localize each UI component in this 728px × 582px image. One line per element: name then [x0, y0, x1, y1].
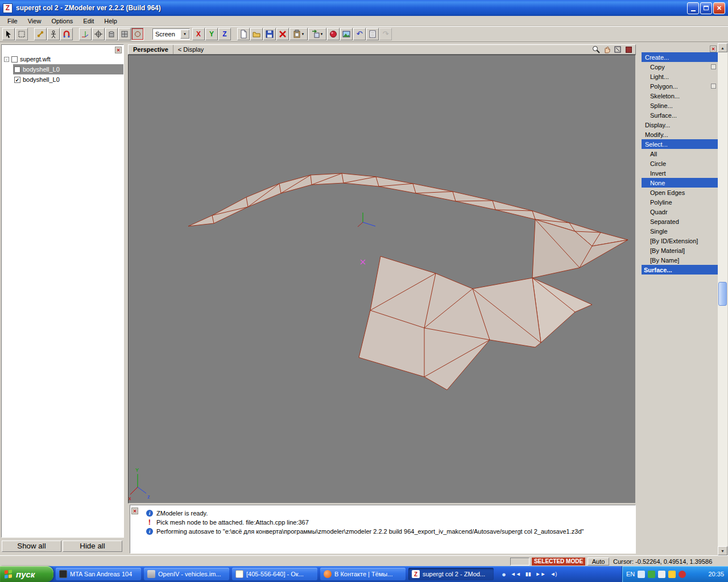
viewport-tab-perspective[interactable]: Perspective	[129, 45, 173, 54]
command-skeleton[interactable]: Skeleton...	[642, 91, 718, 101]
cylinder-primitive-icon[interactable]	[105, 28, 118, 40]
axis-x-toggle[interactable]: X	[192, 28, 205, 40]
open-file-button[interactable]	[250, 28, 263, 40]
language-indicator[interactable]: EN	[626, 571, 635, 577]
volume-icon[interactable]	[638, 571, 645, 578]
scroll-down-icon[interactable]: ▼	[718, 546, 727, 555]
zoom-icon[interactable]	[592, 45, 601, 54]
select-arrow-tool[interactable]	[2, 28, 15, 40]
import-dropdown-button[interactable]: ▼	[308, 28, 326, 40]
start-button[interactable]: пуск	[0, 566, 53, 582]
minimize-button[interactable]	[687, 2, 699, 14]
taskbar-item-mta-san-andreas-104[interactable]: MTA San Andreas 104	[56, 568, 141, 580]
auto-button[interactable]: Auto	[588, 558, 609, 566]
render-button[interactable]	[327, 28, 340, 40]
update-icon[interactable]	[668, 571, 676, 578]
tree-root-checkbox[interactable]	[11, 56, 18, 63]
undo-button[interactable]: ↶	[353, 28, 366, 40]
command-single[interactable]: Single	[642, 226, 718, 236]
log-view-button[interactable]	[366, 28, 379, 40]
command-surface[interactable]: Surface...	[642, 110, 718, 120]
axis-z-toggle[interactable]: Z	[218, 28, 231, 40]
command-select[interactable]: Select...	[642, 139, 718, 149]
axes-mode-tool[interactable]	[79, 28, 92, 40]
surface-toggle-icon[interactable]	[131, 28, 144, 40]
command-by-material[interactable]: [By Material]	[642, 246, 718, 255]
maximize-button[interactable]	[700, 2, 712, 14]
pause-button[interactable]: ▮▮	[526, 571, 531, 577]
save-file-button[interactable]	[263, 28, 276, 40]
axis-y-toggle[interactable]: Y	[205, 28, 218, 40]
redo-button[interactable]: ↷	[379, 28, 392, 40]
command-panel-close-icon[interactable]: ✕	[710, 45, 717, 52]
media-player-icon[interactable]: ●	[502, 570, 506, 579]
command-polyline[interactable]: Polyline	[642, 197, 718, 207]
command-invert[interactable]: Invert	[642, 168, 718, 178]
mesh-wireframe[interactable]	[188, 173, 628, 390]
taskbar-item-supergt-col-2-zmod[interactable]: Zsupergt col 2 - ZMod...	[408, 568, 494, 580]
command-polygon[interactable]: Polygon...	[642, 81, 718, 91]
messenger-icon[interactable]	[658, 571, 665, 578]
command-by-id-extension[interactable]: [By ID/Extension]	[642, 236, 718, 246]
tree-item-checkbox[interactable]: ✓	[14, 77, 20, 83]
antivirus-icon[interactable]	[648, 571, 655, 578]
right-scrollbar[interactable]: ▲ ▼	[718, 43, 727, 555]
show-all-button[interactable]: Show all	[2, 541, 61, 552]
combo-dropdown-icon[interactable]: ▼	[180, 30, 189, 39]
command-modify[interactable]: Modify...	[642, 130, 718, 139]
pan-hand-icon[interactable]	[602, 45, 611, 54]
prev-track-button[interactable]: ◄◄	[511, 571, 521, 577]
menu-file[interactable]: File	[2, 17, 23, 25]
active-viewport-icon[interactable]	[624, 45, 633, 54]
scene-tree-close-icon[interactable]: ✕	[115, 47, 122, 53]
command-display[interactable]: Display...	[642, 120, 718, 130]
command-light[interactable]: Light...	[642, 72, 718, 81]
taskbar-item-405-556-640-ок[interactable]: [405-556-640] - Ок...	[232, 568, 317, 580]
command-none[interactable]: None	[642, 178, 718, 188]
skeleton-tool[interactable]	[47, 28, 60, 40]
volume-icon[interactable]: ◄)	[550, 571, 557, 577]
perspective-viewport[interactable]: Y x z	[128, 55, 636, 504]
command-checkbox[interactable]	[711, 64, 716, 69]
hide-all-button[interactable]: Hide all	[63, 541, 122, 552]
log-close-icon[interactable]: ✕	[131, 508, 138, 514]
pivot-tool[interactable]	[92, 28, 105, 40]
command-quadr[interactable]: Quadr	[642, 207, 718, 217]
paste-dropdown-button[interactable]: ▼	[289, 28, 308, 40]
delete-button[interactable]	[276, 28, 289, 40]
menu-edit[interactable]: Edit	[78, 17, 99, 25]
viewport-canvas[interactable]: Y x z	[129, 55, 636, 504]
rockstar-icon[interactable]	[679, 571, 686, 578]
scroll-up-icon[interactable]: ▲	[718, 43, 727, 52]
menu-help[interactable]: Help	[99, 17, 122, 25]
command-spline[interactable]: Spline...	[642, 101, 718, 110]
command-separated[interactable]: Separated	[642, 217, 718, 226]
command-checkbox[interactable]	[711, 84, 716, 89]
tree-expander-icon[interactable]: -	[4, 57, 9, 62]
command-create[interactable]: Create...	[642, 52, 718, 62]
magnet-tool[interactable]	[60, 28, 73, 40]
command-circle[interactable]: Circle	[642, 159, 718, 168]
screenshot-button[interactable]	[340, 28, 353, 40]
command-open-edges[interactable]: Open Edges	[642, 188, 718, 197]
menu-options[interactable]: Options	[46, 17, 78, 25]
tree-item-checkbox[interactable]	[14, 66, 20, 73]
next-track-button[interactable]: ►►	[536, 571, 546, 577]
close-button[interactable]: ✕	[713, 2, 725, 14]
taskbar-item-в-контакте-т-мы[interactable]: В Контакте | Тёмы...	[320, 568, 406, 580]
command-surface[interactable]: Surface...	[642, 265, 718, 275]
taskbar-item-openiv-vehicles-im[interactable]: OpenIV - vehicles.im...	[144, 568, 229, 580]
new-file-button[interactable]	[237, 28, 250, 40]
command-copy[interactable]: Copy	[642, 62, 718, 72]
tree-item-bodyshell-l0[interactable]: ✓bodyshell_L0	[13, 74, 123, 85]
screen-mode-select[interactable]: Screen ▼	[152, 28, 190, 40]
scroll-thumb[interactable]	[718, 282, 727, 306]
tree-item-bodyshell-l0[interactable]: bodyshell_L0	[13, 64, 123, 74]
tree-item-root[interactable]: - supergt.wft	[2, 54, 123, 64]
maximize-viewport-icon[interactable]	[613, 45, 622, 54]
select-region-tool[interactable]	[15, 28, 28, 40]
command-by-name[interactable]: [By Name]	[642, 255, 718, 265]
menu-view[interactable]: View	[23, 17, 47, 25]
command-all[interactable]: All	[642, 149, 718, 159]
bones-tool[interactable]	[34, 28, 47, 40]
